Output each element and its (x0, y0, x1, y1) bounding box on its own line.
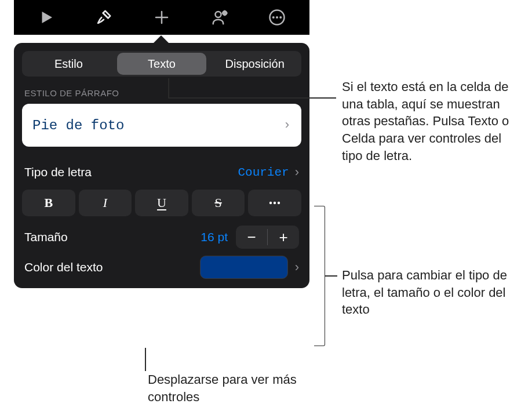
add-button[interactable] (145, 1, 178, 34)
bold-glyph: B (44, 195, 53, 210)
leader-line (168, 97, 336, 99)
callout-tabs: Si el texto está en la celda de una tabl… (342, 78, 519, 164)
font-row[interactable]: Tipo de letra Courier › (22, 157, 301, 187)
size-label: Tamaño (24, 230, 68, 244)
size-increase-button[interactable]: + (268, 226, 299, 249)
italic-glyph: I (103, 195, 107, 210)
text-format-panel: Estilo Texto Disposición ESTILO DE PÁRRA… (14, 43, 309, 288)
svg-point-9 (276, 16, 278, 19)
size-decrease-button[interactable]: − (236, 226, 267, 249)
bold-button[interactable]: B (22, 190, 75, 216)
underline-glyph: U (157, 195, 166, 210)
ellipsis-icon (268, 196, 282, 210)
tab-style[interactable]: Estilo (22, 53, 115, 75)
paragraph-style-value: Pie de foto (32, 118, 124, 133)
svg-point-3 (215, 12, 221, 17)
strike-glyph: S (214, 195, 221, 210)
text-color-row[interactable]: Color del texto › (22, 252, 301, 282)
tab-layout[interactable]: Disposición (208, 53, 301, 75)
chevron-right-icon: › (295, 260, 299, 275)
paragraph-style-header: ESTILO DE PÁRRAFO (24, 88, 299, 98)
chevron-right-icon: › (283, 118, 291, 133)
app-toolbar (14, 0, 309, 35)
callout-bracket (314, 206, 325, 346)
strikethrough-button[interactable]: S (192, 190, 245, 216)
format-button[interactable] (88, 1, 120, 34)
underline-button[interactable]: U (135, 190, 188, 216)
callout-font-controls: Pulsa para cambiar el tipo de letra, el … (342, 267, 519, 318)
svg-point-10 (279, 16, 282, 19)
italic-button[interactable]: I (79, 190, 132, 216)
leader-line (145, 348, 146, 371)
tab-text[interactable]: Texto (117, 53, 207, 75)
callout-scroll: Desplazarse para ver más controles (148, 371, 298, 405)
chevron-right-icon: › (295, 165, 299, 180)
svg-point-8 (272, 16, 275, 19)
text-color-swatch[interactable] (200, 256, 288, 279)
text-color-label: Color del texto (24, 260, 193, 274)
svg-point-12 (274, 202, 276, 204)
collaborate-button[interactable] (203, 1, 236, 34)
more-button[interactable] (261, 1, 293, 34)
leader-line (325, 275, 337, 277)
svg-point-11 (269, 202, 272, 204)
font-label: Tipo de letra (24, 165, 92, 179)
leader-line (168, 78, 169, 97)
format-inspector: Estilo Texto Disposición ESTILO DE PÁRRA… (14, 0, 309, 288)
paragraph-style-picker[interactable]: Pie de foto › (22, 104, 301, 147)
size-value: 16 pt (201, 230, 228, 244)
size-stepper: − + (236, 226, 299, 249)
size-row: Tamaño 16 pt − + (22, 222, 301, 252)
inspector-tabs: Estilo Texto Disposición (22, 51, 301, 77)
svg-marker-0 (42, 12, 52, 23)
more-text-options-button[interactable] (248, 190, 301, 216)
text-style-buttons: B I U S (22, 190, 301, 216)
svg-point-13 (278, 202, 280, 204)
font-value: Courier (238, 166, 289, 179)
play-button[interactable] (30, 1, 63, 34)
